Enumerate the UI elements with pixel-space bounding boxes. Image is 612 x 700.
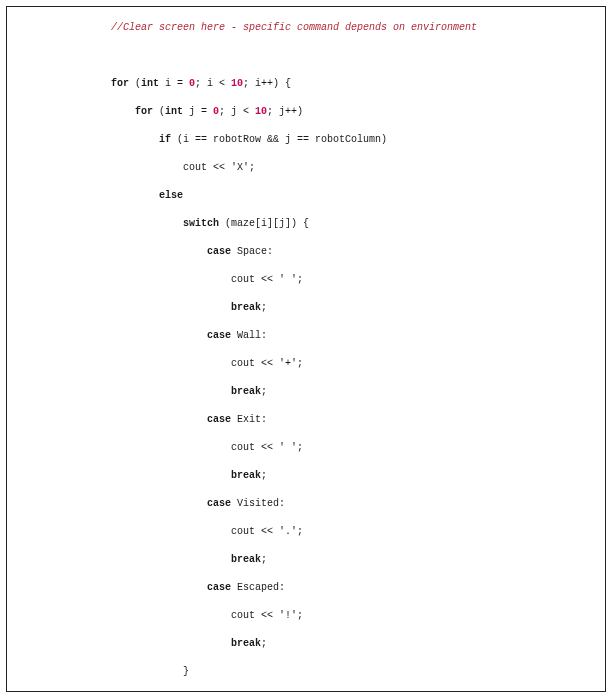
comment-clear: //Clear screen here - specific command d…: [111, 22, 477, 33]
code-block: //Clear screen here - specific command d…: [6, 6, 606, 692]
code-content: //Clear screen here - specific command d…: [19, 21, 593, 692]
